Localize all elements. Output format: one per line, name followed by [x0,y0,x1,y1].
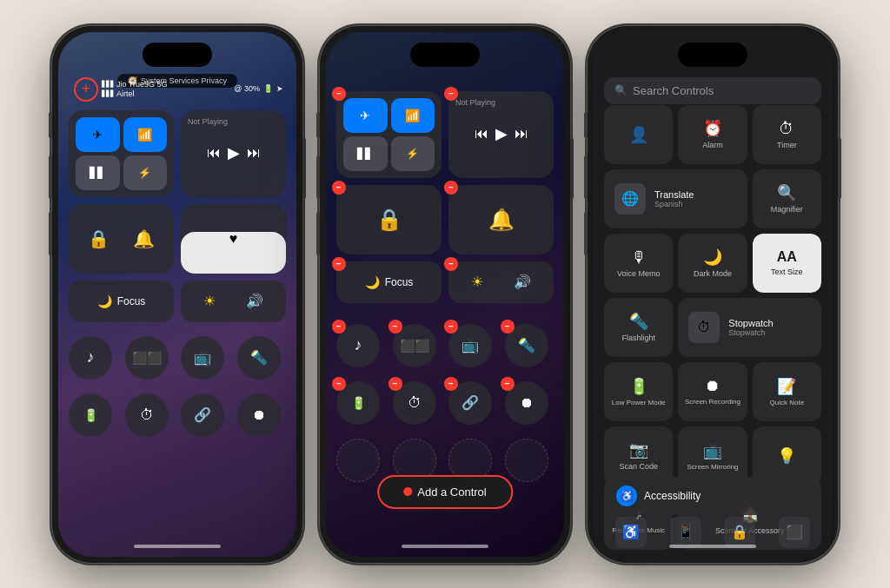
next-track-icon[interactable]: ⏭ [247,145,261,161]
brightness-widget[interactable]: ♥ [181,204,286,274]
ctrl-quick-note[interactable]: 📝 Quick Note [753,362,821,421]
volume-down-button[interactable] [584,212,588,255]
power-button[interactable] [302,138,306,199]
bell-lock-widget[interactable]: 🔒 🔔 [69,204,174,274]
bell-icon[interactable]: 🔔 [133,228,155,249]
link-icon[interactable]: 🔗 [181,393,224,437]
wifi-btn[interactable]: 📶 [123,117,168,152]
play-icon[interactable]: ▶ [495,124,508,143]
remove-badge[interactable]: − [444,377,458,391]
search-controls-bar[interactable]: 🔍 Search Controls [604,77,821,104]
cellular-icon: ▋▋ [90,167,105,179]
lock-bottom-icon: 🔒 [731,524,748,540]
lock-icon[interactable]: 🔒 [88,228,110,249]
bottom-icon-square[interactable]: ⬛ [779,517,810,548]
remove-badge[interactable]: − [444,257,458,271]
bluetooth-icon: ⚡ [138,167,151,179]
remove-badge[interactable]: − [389,320,402,334]
volume-down-button[interactable] [49,212,52,255]
ctrl-flashlight[interactable]: 🔦 Flashlight [604,298,673,357]
flashlight-icon[interactable]: 🔦 [237,336,281,380]
edit-item-connectivity: − ✈ 📶 ▋▋ ⚡ [336,91,442,178]
remove-badge[interactable]: − [389,377,402,391]
lock-icon-edit[interactable]: 🔒 [376,208,402,232]
edit-item-sun: − ☀ 🔊 [448,261,554,303]
media-widget[interactable]: Not Playing ⏮ ▶ ⏭ [181,110,286,197]
edit-wifi[interactable]: 📶 [391,98,435,133]
ctrl-stopwatch[interactable]: ⏱ Stopwatch Stopwatch [678,298,821,357]
shazam-icon[interactable]: ♪ [69,336,112,380]
volume-up-button[interactable] [584,155,588,199]
ctrl-empty[interactable]: 👤 [604,105,673,164]
ctrl-screen-rec[interactable]: ⏺ Screen Recording [678,362,747,421]
screen-mirror-icon[interactable]: ⬛⬛ [125,336,169,380]
remote-icon[interactable]: 📺 [181,336,224,380]
silent-button[interactable] [49,112,52,138]
phone-1: + 🧭 System Services Privacy ▋▋▋ Jio True… [51,25,303,564]
silent-button[interactable] [584,112,588,138]
volume-down-button[interactable] [316,212,320,255]
prev-track-icon[interactable]: ⏮ [207,145,221,161]
remove-badge[interactable]: − [444,181,458,195]
media-controls: ⏮ ▶ ⏭ [188,143,279,162]
add-button[interactable]: + [74,77,98,102]
edit-bt[interactable]: ⚡ [391,136,435,171]
play-icon[interactable]: ▶ [228,143,240,162]
connectivity-widget[interactable]: ✈ 📶 ▋▋ ⚡ [69,110,174,197]
bottom-icon-phone[interactable]: 📱 [670,517,701,548]
remove-badge[interactable]: − [501,377,515,391]
sun-volume-widget[interactable]: ☀ 🔊 [181,281,286,322]
ctrl-voice-memo[interactable]: 🎙 Voice Memo [604,234,673,293]
volume-icon-edit[interactable]: 🔊 [514,274,531,290]
add-control-button[interactable]: Add a Control [377,475,513,509]
remove-badge[interactable]: − [332,257,346,271]
cellular-btn[interactable]: ▋▋ [76,155,120,190]
next-icon[interactable]: ⏭ [515,126,528,142]
volume-up-button[interactable] [49,155,52,199]
ctrl-low-power[interactable]: 🔋 Low Power Mode [604,362,673,421]
remove-badge[interactable]: − [332,377,346,391]
bluetooth-btn[interactable]: ⚡ [123,155,168,190]
accessibility-button[interactable]: ♿ Accessibility [604,477,821,515]
prev-icon[interactable]: ⏮ [475,126,488,142]
ctrl-alarm[interactable]: ⏰ Alarm [678,105,747,164]
silent-button[interactable] [316,112,320,138]
search-icon: 🔍 [614,84,628,96]
airplane-mode-btn[interactable]: ✈ [76,117,120,152]
remove-badge[interactable]: − [444,87,458,101]
power-button[interactable] [570,138,574,199]
ctrl-timer[interactable]: ⏱ Timer [753,105,821,164]
bell-icon-edit[interactable]: 🔔 [488,208,515,232]
focus-widget[interactable]: 🌙 Focus [69,281,174,322]
dynamic-island [410,43,480,67]
remove-badge[interactable]: − [332,181,346,195]
edit-airplane[interactable]: ✈ [343,98,388,133]
airplane-icon: ✈ [92,128,103,142]
remove-badge[interactable]: − [501,320,515,334]
ctrl-magnifier[interactable]: 🔍 Magnifier [753,169,821,228]
power-button[interactable] [838,138,841,199]
low-power-icon[interactable]: 🔋 [69,393,112,437]
screen-rec-icon: ⏺ [705,377,721,395]
ctrl-text-size[interactable]: AA Text Size [753,234,821,293]
remove-badge[interactable]: − [332,320,346,334]
edit-signal[interactable]: ▋▋ [343,136,388,171]
remove-badge[interactable]: − [444,320,458,334]
edit-item-bell: − 🔔 [448,185,554,254]
accessibility-icon: ♿ [616,486,637,506]
bottom-icon-accessibility[interactable]: ♿ [615,517,647,548]
not-playing-label-edit: Not Playing [455,98,547,107]
edit-bottom-row1: − ♪ − ⬛⬛ − 📺 − 🔦 [336,324,554,367]
bottom-icon-lock[interactable]: 🔒 [724,517,755,548]
edit-bottom-row2: − 🔋 − ⏱ − 🔗 − ⏺ [336,381,554,425]
focus-label-edit: Focus [385,276,414,288]
ctrl-translate[interactable]: 🌐 Translate Spanish [604,169,747,228]
edit-grid: − ✈ 📶 ▋▋ ⚡ − Not Playing ⏮ ▶ [336,91,554,303]
timer-icon[interactable]: ⏱ [125,393,169,437]
bulb-icon: 💡 [777,446,796,466]
ctrl-dark-mode[interactable]: 🌙 Dark Mode [678,234,747,293]
volume-up-button[interactable] [316,155,320,199]
remove-badge[interactable]: − [332,87,346,101]
sun-icon-edit[interactable]: ☀ [471,274,483,290]
record-icon[interactable]: ⏺ [237,393,281,437]
